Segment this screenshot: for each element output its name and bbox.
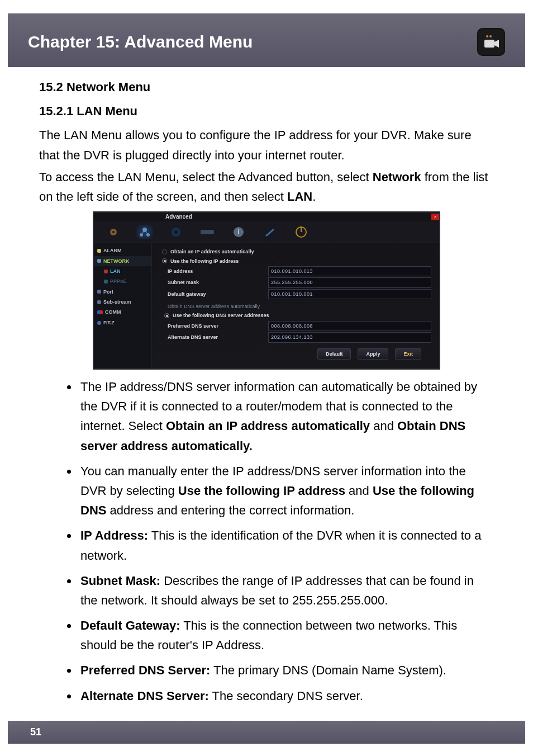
list-item: Preferred DNS Server: The primary DNS (D… — [78, 660, 494, 680]
bold-text: IP Address: — [80, 528, 148, 542]
field-alternate-dns: Alternate DNS server202.096.134.133 — [168, 332, 431, 342]
radio-dns-auto[interactable]: Obtain DNS server address automatically — [168, 303, 431, 310]
svg-point-1 — [489, 35, 492, 37]
text: . — [312, 190, 316, 204]
sidebar-item-comm[interactable]: COMM — [94, 307, 151, 317]
dvr-button-row: Default Apply Exit — [158, 344, 431, 364]
label: NETWORK — [103, 257, 130, 265]
svg-rect-13 — [201, 230, 214, 234]
section-heading: 15.2 Network Menu — [39, 77, 494, 97]
bold-text: Preferred DNS Server: — [80, 663, 210, 677]
preferred-dns-input[interactable]: 008.008.008.008 — [268, 321, 431, 331]
svg-point-0 — [486, 35, 488, 37]
label: Subnet mask — [168, 278, 268, 286]
text: The secondary DNS server. — [209, 689, 363, 703]
port-icon — [97, 290, 101, 294]
list-item: Default Gateway: This is the connection … — [78, 616, 494, 655]
chapter-header: Chapter 15: Advanced Menu — [8, 13, 525, 67]
svg-marker-16 — [265, 229, 274, 237]
label: Use the following IP address — [170, 257, 239, 265]
bold-text: Subnet Mask: — [80, 574, 160, 588]
svg-point-12 — [174, 230, 178, 234]
svg-marker-3 — [494, 40, 499, 48]
sidebar-item-network[interactable]: NETWORK — [94, 256, 151, 266]
tab-icon-info[interactable]: i — [230, 225, 247, 239]
bold-text: Default Gateway: — [80, 618, 180, 632]
label: COMM — [105, 308, 121, 316]
apply-button[interactable]: Apply — [358, 348, 388, 360]
page-footer: 51 — [8, 721, 525, 744]
sidebar-item-alarm[interactable]: ALARM — [94, 245, 151, 256]
label: ALARM — [103, 247, 122, 254]
radio-ip-manual[interactable]: Use the following IP address — [162, 257, 431, 265]
text: address and entering the correct informa… — [106, 503, 354, 517]
radio-icon — [164, 313, 169, 318]
page-content: 15.2 Network Menu 15.2.1 LAN Menu The LA… — [0, 67, 533, 706]
comm-icon — [97, 310, 103, 314]
label: Obtain an IP address automatically — [170, 248, 254, 256]
svg-text:i: i — [237, 228, 239, 236]
radio-ip-auto[interactable]: Obtain an IP address automatically — [162, 248, 431, 256]
bold-text: Alternate DNS Server: — [80, 689, 209, 703]
tab-icon-hdd[interactable] — [199, 225, 216, 239]
list-item: IP Address: This is the identification o… — [78, 526, 494, 565]
ip-address-input[interactable]: 010.001.010.013 — [268, 266, 431, 276]
svg-rect-2 — [484, 40, 494, 48]
tab-icon-maintain[interactable] — [261, 225, 278, 239]
text: and — [370, 419, 397, 433]
list-item: Alternate DNS Server: The secondary DNS … — [78, 686, 494, 706]
dvr-window: Advanced × i ALARM NETWORK LAN PPPoE Por… — [93, 212, 440, 369]
field-default-gateway: Default gateway010.001.010.001 — [168, 289, 431, 299]
chapter-title: Chapter 15: Advanced Menu — [28, 32, 253, 51]
subnet-mask-input[interactable]: 255.255.255.000 — [268, 277, 431, 287]
dvr-tab-icons: i — [94, 221, 439, 243]
sidebar-item-ptz[interactable]: P.T.Z — [94, 318, 151, 328]
page-number: 51 — [30, 726, 41, 738]
list-item: Subnet Mask: Describes the range of IP a… — [78, 571, 494, 610]
sidebar-item-substream[interactable]: Sub-stream — [94, 297, 151, 307]
dvr-main-panel: Obtain an IP address automatically Use t… — [152, 243, 439, 368]
list-item: The IP address/DNS server information ca… — [78, 377, 494, 456]
label: PPPoE — [110, 277, 127, 285]
ptz-icon — [97, 321, 101, 325]
stream-icon — [97, 300, 101, 304]
bullet-list: The IP address/DNS server information ca… — [39, 377, 494, 706]
text: The primary DNS (Domain Name System). — [210, 663, 446, 677]
sidebar-item-port[interactable]: Port — [94, 287, 151, 297]
label: Preferred DNS server — [168, 322, 268, 330]
list-item: You can manually enter the IP address/DN… — [78, 461, 494, 521]
tab-icon-network[interactable] — [136, 225, 153, 239]
close-icon[interactable]: × — [431, 214, 439, 220]
alternate-dns-input[interactable]: 202.096.134.133 — [268, 332, 431, 342]
dvr-sidebar: ALARM NETWORK LAN PPPoE Port Sub-stream … — [94, 243, 152, 368]
field-preferred-dns: Preferred DNS server008.008.008.008 — [168, 321, 431, 331]
tab-icon-power[interactable] — [293, 225, 310, 239]
label: Sub-stream — [103, 298, 131, 306]
bold-text: Obtain an IP address automatically — [166, 419, 370, 433]
label: Default gateway — [168, 290, 268, 298]
pppoe-icon — [104, 280, 108, 284]
text: and — [345, 484, 373, 498]
tab-icon-settings[interactable] — [105, 225, 122, 239]
exit-button[interactable]: Exit — [395, 348, 421, 360]
subsection-heading: 15.2.1 LAN Menu — [39, 101, 494, 121]
radio-dns-manual[interactable]: Use the following DNS server addresses — [164, 311, 431, 319]
label: Use the following DNS server addresses — [173, 311, 269, 319]
bell-icon — [97, 249, 101, 253]
bold-text: Use the following IP address — [178, 484, 345, 498]
sidebar-item-lan[interactable]: LAN — [94, 266, 151, 276]
dvr-window-title: Advanced — [165, 212, 192, 221]
paragraph: The LAN Menu allows you to configure the… — [39, 125, 494, 164]
default-gateway-input[interactable]: 010.001.010.001 — [268, 289, 431, 299]
paragraph: To access the LAN Menu, select the Advan… — [39, 167, 494, 206]
svg-point-5 — [112, 231, 115, 233]
sidebar-item-pppoe[interactable]: PPPoE — [94, 276, 151, 286]
tab-icon-record[interactable] — [168, 225, 184, 239]
default-button[interactable]: Default — [317, 348, 351, 360]
text: To access the LAN Menu, select the Advan… — [39, 170, 373, 184]
radio-icon — [162, 258, 167, 263]
bold-text: Network — [373, 170, 421, 184]
dvr-titlebar: Advanced × — [94, 212, 439, 221]
lan-icon — [104, 270, 108, 273]
field-subnet-mask: Subnet mask255.255.255.000 — [168, 277, 431, 287]
